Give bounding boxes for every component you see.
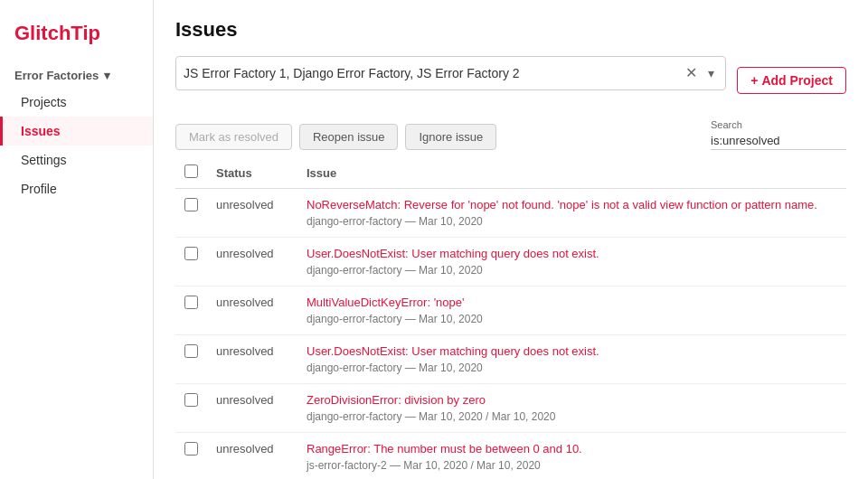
filter-bar: JS Error Factory 1, Django Error Factory… bbox=[175, 56, 726, 90]
row-checkbox-4[interactable] bbox=[184, 393, 198, 407]
filter-text: JS Error Factory 1, Django Error Factory… bbox=[184, 66, 520, 80]
mark-as-resolved-button[interactable]: Mark as resolved bbox=[175, 124, 292, 150]
row-status-2: unresolved bbox=[207, 286, 297, 335]
row-checkbox-1[interactable] bbox=[184, 247, 198, 260]
table-row: unresolved User.DoesNotExist: User match… bbox=[175, 238, 846, 286]
page-title: Issues bbox=[175, 18, 846, 42]
row-checkbox-cell-2 bbox=[175, 286, 207, 335]
row-status-4: unresolved bbox=[207, 384, 297, 433]
search-label: Search bbox=[711, 119, 742, 130]
issue-meta-4: django-error-factory — Mar 10, 2020 / Ma… bbox=[307, 410, 555, 423]
row-issue-0: NoReverseMatch: Reverse for 'nope' not f… bbox=[297, 189, 846, 238]
filter-bar-value: JS Error Factory 1, Django Error Factory… bbox=[184, 66, 682, 80]
filter-bar-actions: ✕ ▾ bbox=[682, 66, 718, 80]
header-issue: Issue bbox=[297, 157, 846, 189]
issue-title-link-4[interactable]: ZeroDivisionError: division by zero bbox=[307, 393, 837, 407]
toolbar-left: Mark as resolved Reopen issue Ignore iss… bbox=[175, 124, 496, 150]
reopen-issue-button[interactable]: Reopen issue bbox=[299, 124, 399, 150]
ignore-issue-button[interactable]: Ignore issue bbox=[405, 124, 496, 150]
row-checkbox-cell-3 bbox=[175, 335, 207, 384]
select-all-checkbox[interactable] bbox=[184, 164, 198, 178]
sidebar-section-label: Error Factories bbox=[14, 69, 99, 82]
row-checkbox-cell-1 bbox=[175, 238, 207, 286]
issue-meta-0: django-error-factory — Mar 10, 2020 bbox=[307, 215, 483, 228]
row-status-5: unresolved bbox=[207, 433, 297, 480]
sidebar-item-settings[interactable]: Settings bbox=[0, 146, 153, 174]
row-checkbox-0[interactable] bbox=[184, 198, 198, 211]
row-checkbox-5[interactable] bbox=[184, 442, 198, 456]
issues-toolbar: Mark as resolved Reopen issue Ignore iss… bbox=[175, 119, 846, 150]
search-group: Search bbox=[711, 119, 846, 150]
row-checkbox-cell-5 bbox=[175, 433, 207, 480]
chevron-down-icon: ▾ bbox=[104, 69, 110, 82]
issue-meta-1: django-error-factory — Mar 10, 2020 bbox=[307, 264, 483, 277]
issue-title-link-3[interactable]: User.DoesNotExist: User matching query d… bbox=[307, 344, 837, 358]
filter-clear-button[interactable]: ✕ bbox=[682, 66, 701, 80]
row-issue-3: User.DoesNotExist: User matching query d… bbox=[297, 335, 846, 384]
issues-table-body: unresolved NoReverseMatch: Reverse for '… bbox=[175, 189, 846, 480]
table-row: unresolved ZeroDivisionError: division b… bbox=[175, 384, 846, 433]
add-project-button[interactable]: + Add Project bbox=[737, 67, 846, 94]
main-content: Issues JS Error Factory 1, Django Error … bbox=[154, 0, 868, 479]
table-row: unresolved RangeError: The number must b… bbox=[175, 433, 846, 480]
row-issue-2: MultiValueDictKeyError: 'nope' django-er… bbox=[297, 286, 846, 335]
logo-text: GlitchTip bbox=[14, 22, 100, 44]
sidebar-item-profile[interactable]: Profile bbox=[0, 174, 153, 203]
row-checkbox-cell-4 bbox=[175, 384, 207, 433]
row-status-0: unresolved bbox=[207, 189, 297, 238]
issues-table: Status Issue unresolved NoReverseMatch: … bbox=[175, 157, 846, 479]
row-status-3: unresolved bbox=[207, 335, 297, 384]
sidebar-section-error-factories[interactable]: Error Factories ▾ bbox=[0, 63, 153, 88]
sidebar-nav: ProjectsIssuesSettingsProfile bbox=[0, 88, 153, 203]
row-issue-4: ZeroDivisionError: division by zero djan… bbox=[297, 384, 846, 433]
row-issue-1: User.DoesNotExist: User matching query d… bbox=[297, 238, 846, 286]
issue-meta-2: django-error-factory — Mar 10, 2020 bbox=[307, 313, 483, 325]
table-row: unresolved NoReverseMatch: Reverse for '… bbox=[175, 189, 846, 238]
sidebar-item-projects[interactable]: Projects bbox=[0, 88, 153, 117]
row-checkbox-2[interactable] bbox=[184, 296, 198, 309]
issue-title-link-0[interactable]: NoReverseMatch: Reverse for 'nope' not f… bbox=[307, 198, 837, 211]
filter-dropdown-button[interactable]: ▾ bbox=[704, 66, 718, 80]
table-row: unresolved User.DoesNotExist: User match… bbox=[175, 335, 846, 384]
issue-title-link-1[interactable]: User.DoesNotExist: User matching query d… bbox=[307, 247, 837, 260]
header-status: Status bbox=[207, 157, 297, 189]
issue-title-link-5[interactable]: RangeError: The number must be between 0… bbox=[307, 442, 837, 456]
header-checkbox-cell bbox=[175, 157, 207, 189]
row-issue-5: RangeError: The number must be between 0… bbox=[297, 433, 846, 480]
issues-table-header: Status Issue bbox=[175, 157, 846, 189]
issue-title-link-2[interactable]: MultiValueDictKeyError: 'nope' bbox=[307, 296, 837, 309]
sidebar-item-issues[interactable]: Issues bbox=[0, 117, 153, 146]
row-checkbox-cell-0 bbox=[175, 189, 207, 238]
search-input[interactable] bbox=[711, 132, 846, 150]
issue-meta-5: js-error-factory-2 — Mar 10, 2020 / Mar … bbox=[307, 459, 541, 472]
issue-meta-3: django-error-factory — Mar 10, 2020 bbox=[307, 362, 483, 374]
sidebar: GlitchTip Error Factories ▾ ProjectsIssu… bbox=[0, 0, 154, 479]
add-project-icon: + bbox=[750, 73, 758, 88]
logo: GlitchTip bbox=[0, 14, 153, 63]
row-status-1: unresolved bbox=[207, 238, 297, 286]
row-checkbox-3[interactable] bbox=[184, 344, 198, 358]
add-project-label: Add Project bbox=[761, 73, 833, 88]
table-row: unresolved MultiValueDictKeyError: 'nope… bbox=[175, 286, 846, 335]
